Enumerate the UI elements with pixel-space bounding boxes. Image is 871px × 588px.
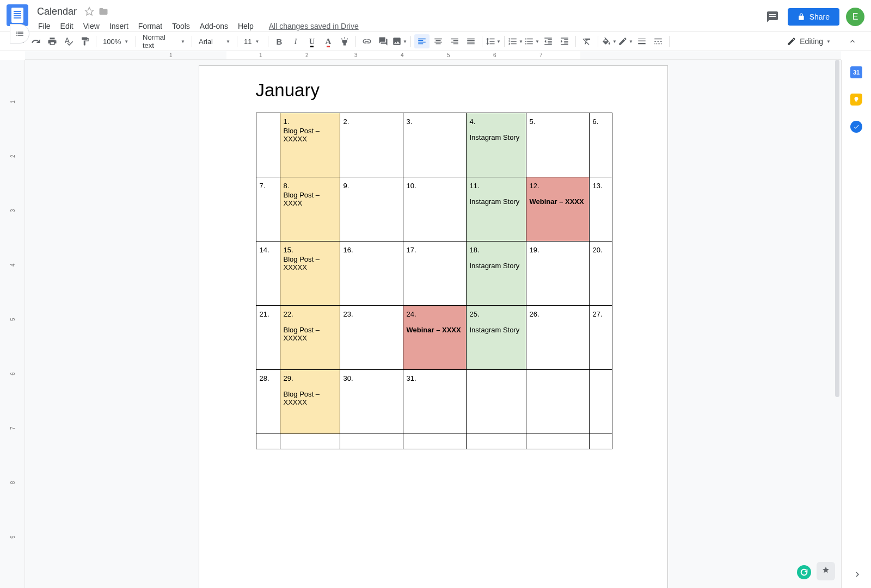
line-spacing-button[interactable]: ▼ (486, 34, 501, 48)
calendar-cell[interactable]: 25.Instagram Story (466, 306, 526, 370)
paint-format-button[interactable] (77, 34, 93, 48)
calendar-cell[interactable]: 27. (589, 306, 612, 370)
menu-view[interactable]: View (79, 20, 104, 33)
calendar-cell[interactable]: 15.Blog Post – XXXXX (280, 242, 340, 306)
explore-button[interactable] (817, 562, 835, 580)
bulleted-list-button[interactable]: ▼ (524, 34, 539, 48)
calendar-cell[interactable]: 24.Webinar – XXXX (403, 306, 466, 370)
calendar-addon-icon[interactable]: 31 (850, 66, 862, 78)
vertical-scrollbar[interactable] (835, 60, 841, 506)
calendar-cell[interactable]: 22.Blog Post – XXXXX (280, 306, 340, 370)
text-color-button[interactable]: A (321, 34, 336, 48)
calendar-cell[interactable]: 3. (403, 113, 466, 177)
calendar-cell[interactable]: 5. (526, 113, 589, 177)
collapse-toolbar-button[interactable] (845, 34, 860, 49)
move-folder-icon[interactable] (99, 7, 108, 16)
menu-help[interactable]: Help (234, 20, 258, 33)
align-center-button[interactable] (431, 34, 446, 48)
increase-indent-button[interactable] (557, 34, 572, 48)
calendar-cell[interactable]: 11.Instagram Story (466, 177, 526, 242)
docs-logo[interactable] (7, 4, 28, 26)
calendar-cell[interactable] (280, 434, 340, 449)
save-status[interactable]: All changes saved in Drive (269, 22, 359, 30)
zoom-select[interactable]: 100%▼ (100, 34, 132, 48)
document-page[interactable]: January 1.Blog Post – XXXXX2.3.4.Instagr… (199, 65, 668, 588)
calendar-cell[interactable]: 12.Webinar – XXXX (526, 177, 589, 242)
align-justify-button[interactable] (463, 34, 479, 48)
calendar-cell[interactable]: 6. (589, 113, 612, 177)
calendar-cell[interactable]: 20. (589, 242, 612, 306)
calendar-cell[interactable]: 30. (340, 370, 403, 434)
align-right-button[interactable] (447, 34, 462, 48)
calendar-cell[interactable]: 4.Instagram Story (466, 113, 526, 177)
calendar-cell[interactable]: 13. (589, 177, 612, 242)
calendar-cell[interactable]: 16. (340, 242, 403, 306)
calendar-cell[interactable]: 9. (340, 177, 403, 242)
calendar-cell[interactable]: 26. (526, 306, 589, 370)
calendar-cell[interactable]: 29.Blog Post – XXXXX (280, 370, 340, 434)
redo-button[interactable] (28, 34, 44, 48)
calendar-cell[interactable] (526, 370, 589, 434)
border-width-button[interactable] (634, 34, 649, 48)
vertical-ruler[interactable]: 123456789 (0, 60, 25, 588)
mode-select[interactable]: Editing ▼ (781, 36, 836, 46)
calendar-cell[interactable] (340, 434, 403, 449)
spellcheck-button[interactable] (61, 34, 76, 48)
calendar-cell[interactable] (256, 113, 280, 177)
underline-button[interactable]: U (304, 34, 320, 48)
insert-comment-button[interactable] (376, 34, 391, 48)
insert-image-button[interactable]: ▼ (392, 34, 407, 48)
grammarly-badge[interactable] (797, 565, 811, 579)
menu-format[interactable]: Format (134, 20, 167, 33)
calendar-cell[interactable]: 10. (403, 177, 466, 242)
calendar-cell[interactable] (403, 434, 466, 449)
calendar-cell[interactable] (256, 434, 280, 449)
decrease-indent-button[interactable] (541, 34, 556, 48)
font-size-select[interactable]: 11▼ (241, 34, 265, 48)
tasks-addon-icon[interactable] (850, 121, 862, 133)
calendar-cell[interactable] (526, 434, 589, 449)
calendar-cell[interactable] (589, 434, 612, 449)
calendar-cell[interactable]: 1.Blog Post – XXXXX (280, 113, 340, 177)
border-color-button[interactable]: ▼ (618, 34, 633, 48)
calendar-cell[interactable]: 17. (403, 242, 466, 306)
horizontal-ruler[interactable]: 11234567 (25, 51, 841, 60)
insert-link-button[interactable] (359, 34, 375, 48)
menu-addons[interactable]: Add-ons (195, 20, 232, 33)
calendar-cell[interactable]: 31. (403, 370, 466, 434)
calendar-cell[interactable] (466, 434, 526, 449)
numbered-list-button[interactable]: ▼ (508, 34, 523, 48)
calendar-cell[interactable] (466, 370, 526, 434)
document-canvas[interactable]: January 1.Blog Post – XXXXX2.3.4.Instagr… (25, 60, 841, 588)
calendar-cell[interactable] (589, 370, 612, 434)
calendar-cell[interactable]: 21. (256, 306, 280, 370)
bold-button[interactable]: B (272, 34, 287, 48)
keep-addon-icon[interactable] (850, 94, 862, 106)
border-style-button[interactable] (651, 34, 666, 48)
font-select[interactable]: Arial▼ (195, 34, 234, 48)
calendar-cell[interactable]: 23. (340, 306, 403, 370)
calendar-cell[interactable]: 28. (256, 370, 280, 434)
calendar-cell[interactable]: 2. (340, 113, 403, 177)
align-left-button[interactable] (414, 34, 430, 48)
calendar-cell[interactable]: 14. (256, 242, 280, 306)
clear-formatting-button[interactable] (579, 34, 594, 48)
account-avatar[interactable]: E (846, 8, 864, 26)
menu-file[interactable]: File (34, 20, 55, 33)
calendar-cell[interactable]: 19. (526, 242, 589, 306)
comments-button[interactable] (764, 8, 781, 26)
calendar-cell[interactable]: 7. (256, 177, 280, 242)
italic-button[interactable]: I (288, 34, 303, 48)
highlight-button[interactable] (337, 34, 352, 48)
calendar-cell[interactable]: 8.Blog Post – XXXX (280, 177, 340, 242)
menu-edit[interactable]: Edit (56, 20, 78, 33)
print-button[interactable] (45, 34, 60, 48)
scrollbar-thumb[interactable] (835, 60, 839, 397)
star-icon[interactable] (84, 7, 94, 16)
share-button[interactable]: Share (788, 8, 839, 26)
calendar-cell[interactable]: 18.Instagram Story (466, 242, 526, 306)
page-heading[interactable]: January (256, 80, 611, 101)
document-outline-button[interactable] (10, 24, 29, 44)
menu-insert[interactable]: Insert (105, 20, 133, 33)
calendar-table[interactable]: 1.Blog Post – XXXXX2.3.4.Instagram Story… (256, 113, 612, 449)
